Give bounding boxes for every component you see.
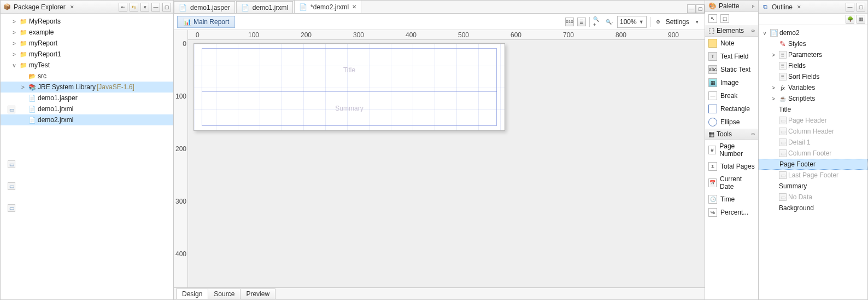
zoom-in-icon[interactable]: 🔍+ xyxy=(593,18,602,26)
tree-item[interactable]: >📁myReport xyxy=(1,38,173,49)
twisty-icon[interactable]: > xyxy=(770,85,777,91)
design-canvas[interactable]: Title Summary xyxy=(188,40,705,287)
palette-item[interactable]: Note xyxy=(705,37,758,50)
twisty-icon[interactable]: > xyxy=(19,84,27,90)
layout-icon[interactable]: ≣ xyxy=(577,18,586,26)
outline-item-icon: ▭ xyxy=(779,193,787,201)
title-band[interactable]: Title xyxy=(202,48,497,92)
preview-tab[interactable]: Preview xyxy=(240,289,275,299)
twisty-icon[interactable]: > xyxy=(10,30,18,36)
tree-item[interactable]: 📄demo2.jrxml xyxy=(1,114,173,125)
twisty-icon[interactable]: > xyxy=(10,51,18,57)
marquee-tool-icon[interactable]: ⬚ xyxy=(720,14,729,23)
link-editor-icon[interactable]: ⇆ xyxy=(130,3,138,11)
outline-item[interactable]: ▭Detail 1 xyxy=(759,137,867,148)
outline-item[interactable]: ≡Sort Fields xyxy=(759,71,867,82)
tree-item[interactable]: >📚JRE System Library [JavaSE-1.6] xyxy=(1,82,173,93)
editor-tab[interactable]: 📄demo1.jrxml xyxy=(236,1,293,13)
palette-item[interactable]: TText Field xyxy=(705,50,758,63)
outline-item[interactable]: >fxVariables xyxy=(759,82,867,93)
file-icon: 📄 xyxy=(241,4,249,11)
outline-item[interactable]: ✎Styles xyxy=(759,38,867,49)
folder-icon: 📁 xyxy=(19,17,28,26)
summary-band[interactable]: Summary xyxy=(202,92,497,125)
main-report-button[interactable]: 📊 Main Report xyxy=(177,16,235,28)
ruler-tick: 0 xyxy=(196,31,200,39)
pointer-tool-icon[interactable]: ↖ xyxy=(708,14,717,23)
tree-item[interactable]: >📁MyReports xyxy=(1,16,173,27)
palette-item[interactable]: ▦Image xyxy=(705,76,758,89)
outline-item[interactable]: ▭Title xyxy=(759,104,867,115)
settings-menu-icon[interactable]: ▾ xyxy=(693,18,701,26)
editor-tabs: 📄demo1.jasper 📄demo1.jrxml 📄*demo2.jrxml… xyxy=(174,1,705,14)
outline-item[interactable]: >≡Parameters xyxy=(759,49,867,60)
palette-item[interactable]: Ellipse xyxy=(705,116,758,129)
zoom-out-icon[interactable]: 🔍- xyxy=(605,18,614,26)
outline-tree[interactable]: v📄demo2✎Styles>≡Parameters≡Fields≡Sort F… xyxy=(759,25,867,299)
report-page[interactable]: Title Summary xyxy=(193,43,505,131)
outline-item[interactable]: ▭Column Footer xyxy=(759,148,867,159)
chevron-icon: ∞ xyxy=(752,28,755,33)
outline-item[interactable]: ▭Column Header xyxy=(759,126,867,137)
outline-item[interactable]: ▭Summary xyxy=(759,181,867,192)
palette-header[interactable]: 🎨 Palette ▹ xyxy=(705,1,758,12)
palette-tool[interactable]: 🕒Time xyxy=(705,193,758,206)
outline-tree-mode-icon[interactable]: 🌳 xyxy=(846,15,854,24)
source-tab[interactable]: Source xyxy=(208,289,241,299)
tree-item[interactable]: 📄demo1.jasper xyxy=(1,93,173,103)
outline-item[interactable]: ▭Page Header xyxy=(759,115,867,126)
outline-item[interactable]: ▭Page Footer xyxy=(759,159,867,170)
outline-item[interactable]: ▭Background xyxy=(759,203,867,214)
palette-item[interactable]: abcStatic Text xyxy=(705,63,758,76)
tree-item[interactable]: >📁myReport1 xyxy=(1,49,173,60)
package-explorer-title: Package Explorer xyxy=(14,3,66,11)
palette-item[interactable]: Rectangle xyxy=(705,102,758,116)
maximize-icon[interactable]: ▢ xyxy=(162,3,171,11)
close-view-icon[interactable]: ✕ xyxy=(68,3,77,11)
zoom-combo[interactable]: 100% ▼ xyxy=(617,16,647,28)
minimize-icon[interactable]: — xyxy=(846,3,854,11)
close-view-icon[interactable]: ✕ xyxy=(795,3,804,11)
tree-item[interactable]: 📄demo1.jrxml xyxy=(1,103,173,114)
settings-icon[interactable]: ⚙ xyxy=(654,18,662,26)
editor-tab[interactable]: 📄demo1.jasper xyxy=(174,1,235,13)
maximize-editor-icon[interactable]: ▢ xyxy=(696,4,705,13)
close-tab-icon[interactable]: ✕ xyxy=(352,4,356,10)
tree-item[interactable]: v📁myTest xyxy=(1,60,173,71)
palette-item[interactable]: —Break xyxy=(705,89,758,102)
palette-tool[interactable]: %Percent... xyxy=(705,206,758,219)
tree-item[interactable]: >📁example xyxy=(1,27,173,38)
twisty-icon[interactable]: v xyxy=(10,62,18,68)
twisty-icon[interactable]: > xyxy=(10,19,18,25)
twisty-icon[interactable]: > xyxy=(10,41,18,47)
minimize-icon[interactable]: — xyxy=(151,3,160,11)
elements-header[interactable]: ⬚ Elements ∞ xyxy=(705,25,758,37)
palette-item-label: Note xyxy=(720,39,734,47)
editor-tab-active[interactable]: 📄*demo2.jrxml✕ xyxy=(294,0,361,13)
outline-item[interactable]: v📄demo2 xyxy=(759,27,867,38)
view-menu-icon[interactable]: ▾ xyxy=(140,3,149,11)
palette-tool[interactable]: #Page Number xyxy=(705,140,758,160)
outline-item[interactable]: ▭Last Page Footer xyxy=(759,170,867,181)
outline-item[interactable]: ≡Fields xyxy=(759,60,867,71)
twisty-icon[interactable]: v xyxy=(761,30,769,36)
twisty-icon[interactable]: > xyxy=(770,52,777,58)
dataset-icon[interactable]: 010 xyxy=(565,18,574,26)
maximize-icon[interactable]: ▢ xyxy=(857,3,865,11)
palette-tool[interactable]: ΣTotal Pages xyxy=(705,160,758,173)
minimize-editor-icon[interactable]: — xyxy=(687,4,696,13)
outline-item[interactable]: ▭No Data xyxy=(759,192,867,203)
outline-item-label: No Data xyxy=(788,193,812,201)
design-tab[interactable]: Design xyxy=(176,289,208,299)
tools-header[interactable]: ▦ Tools ∞ xyxy=(705,129,758,140)
palette-tool[interactable]: 📅Current Date xyxy=(705,173,758,193)
package-explorer-tree[interactable]: >📁MyReports>📁example>📁myReport>📁myReport… xyxy=(1,14,173,299)
collapse-all-icon[interactable]: ⇤ xyxy=(119,3,127,11)
palette-item-label: Text Field xyxy=(720,53,748,60)
tree-item[interactable]: 📂src xyxy=(1,71,173,82)
outline-thumb-mode-icon[interactable]: ▦ xyxy=(857,15,865,24)
settings-label[interactable]: Settings xyxy=(666,18,689,26)
outline-item[interactable]: >☕Scriptlets xyxy=(759,93,867,104)
report-canvas[interactable]: 0100200300400 01002003004005006007008009… xyxy=(174,30,705,287)
twisty-icon[interactable]: > xyxy=(770,96,777,102)
